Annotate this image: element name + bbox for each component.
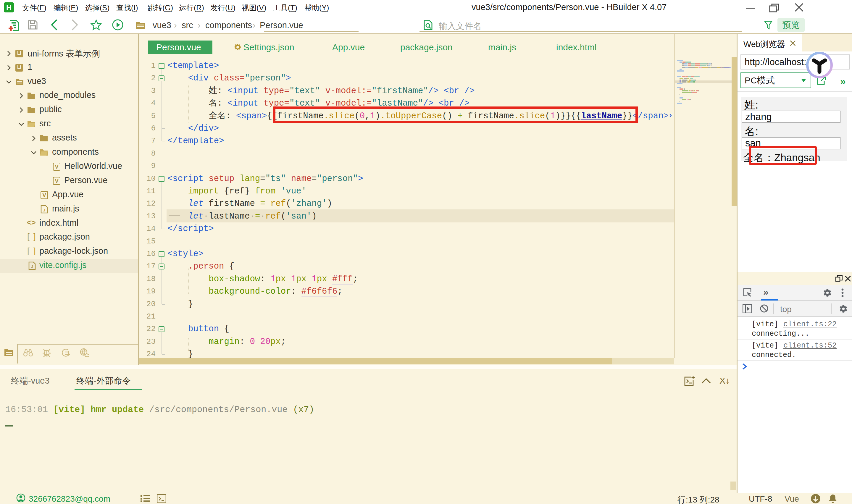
svg-text:J: J <box>31 265 33 269</box>
svg-text:J: J <box>43 208 45 212</box>
